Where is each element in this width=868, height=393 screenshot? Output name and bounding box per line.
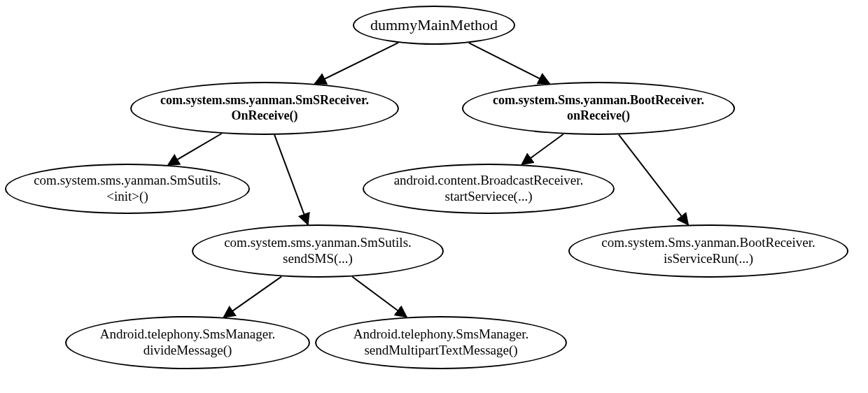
node-label-line1: Android.telephony.SmsManager. bbox=[354, 327, 528, 343]
node-label-line2: sendSMS(...) bbox=[224, 251, 412, 267]
node-label-line1: android.content.BroadcastReceiver. bbox=[394, 173, 584, 189]
edge bbox=[274, 135, 308, 224]
node-root: dummyMainMethod bbox=[353, 6, 515, 45]
edge bbox=[522, 134, 563, 165]
node-send-multipart: Android.telephony.SmsManager. sendMultip… bbox=[315, 316, 567, 369]
edge bbox=[315, 43, 398, 84]
node-label-line1: com.system.sms.yanman.SmSutils. bbox=[224, 235, 412, 251]
node-label-line1: com.system.sms.yanman.SmSReceiver. bbox=[160, 93, 369, 108]
node-label-line1: com.system.Sms.yanman.BootReceiver. bbox=[601, 235, 816, 251]
node-divide-message: Android.telephony.SmsManager. divideMess… bbox=[65, 316, 310, 369]
node-label-line2: sendMultipartTextMessage() bbox=[354, 343, 528, 359]
node-label-line2: <init>() bbox=[34, 189, 221, 205]
node-broadcast-start: android.content.BroadcastReceiver. start… bbox=[363, 164, 615, 214]
node-send-sms: com.system.sms.yanman.SmSutils. sendSMS(… bbox=[192, 224, 444, 278]
node-label-line2: startServiece(...) bbox=[394, 189, 584, 205]
edge bbox=[224, 276, 282, 317]
node-label: dummyMainMethod bbox=[370, 16, 498, 34]
node-label-line1: Android.telephony.SmsManager. bbox=[100, 327, 275, 343]
edge bbox=[352, 277, 407, 317]
node-label-line2: divideMessage() bbox=[100, 343, 275, 359]
node-sms-receiver: com.system.sms.yanman.SmSReceiver. OnRec… bbox=[130, 82, 399, 135]
node-label-line1: com.system.Sms.yanman.BootReceiver. bbox=[493, 93, 704, 108]
edge bbox=[619, 135, 688, 225]
node-is-service-run: com.system.Sms.yanman.BootReceiver. isSe… bbox=[568, 224, 848, 278]
edge bbox=[168, 134, 222, 165]
node-smsutils-init: com.system.sms.yanman.SmSutils. <init>() bbox=[5, 164, 250, 214]
node-label-line2: isServiceRun(...) bbox=[601, 251, 816, 267]
edge bbox=[469, 43, 550, 83]
node-label-line2: onReceive() bbox=[493, 108, 704, 124]
node-boot-receiver: com.system.Sms.yanman.BootReceiver. onRe… bbox=[462, 82, 735, 135]
node-label-line1: com.system.sms.yanman.SmSutils. bbox=[34, 173, 221, 189]
node-label-line2: OnReceive() bbox=[160, 108, 369, 124]
